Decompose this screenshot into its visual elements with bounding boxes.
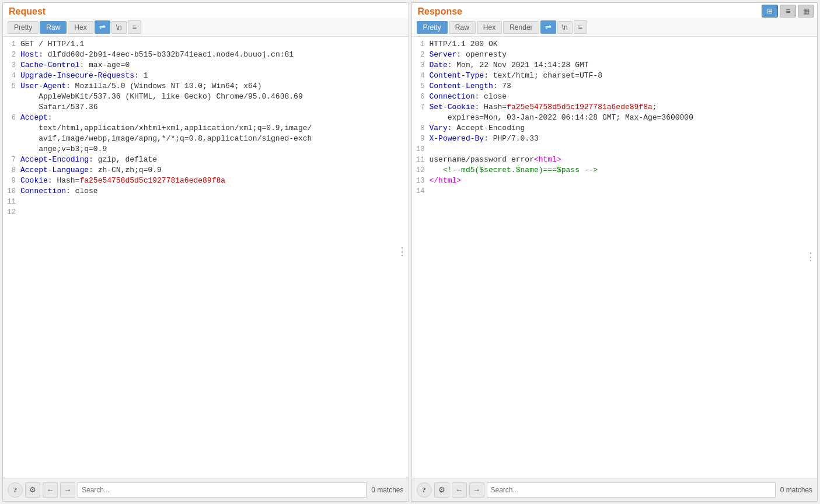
request-line-11: 11: [3, 197, 409, 207]
request-panel-header: Request: [3, 3, 409, 18]
resp-line-num-5: 5: [412, 81, 430, 92]
line-num-5b: [3, 92, 20, 102]
request-line-2: 2 Host: dlfdd60d-2b91-4eec-b515-b332b741…: [3, 50, 409, 60]
request-search-input[interactable]: [78, 482, 367, 498]
line-content-1: GET / HTTP/1.1: [20, 39, 84, 50]
resp-line-content-3: Date: Mon, 22 Nov 2021 14:14:28 GMT: [430, 60, 589, 71]
line-content-5c: Safari/537.36: [20, 102, 98, 113]
resp-line-content-2: Server: openresty: [430, 50, 507, 60]
line-num-5c: [3, 102, 20, 113]
response-tab-pretty[interactable]: Pretty: [417, 21, 448, 34]
response-line-13: 13 </html>: [412, 176, 818, 186]
line-num-6b: [3, 123, 20, 134]
request-line-7: 7 Accept-Encoding: gzip, deflate: [3, 155, 409, 165]
line-num-3: 3: [3, 60, 20, 71]
request-settings-btn[interactable]: ⚙: [25, 482, 40, 498]
request-drag-handle[interactable]: ⋮: [397, 247, 407, 257]
response-settings-btn[interactable]: ⚙: [434, 482, 449, 498]
response-line-6: 6 Connection: close: [412, 92, 818, 102]
resp-line-num-1: 1: [412, 39, 430, 50]
request-wrap-btn[interactable]: ⇌: [95, 20, 110, 34]
split-view-button[interactable]: ⊞: [762, 5, 778, 18]
resp-line-num-9: 9: [412, 134, 430, 144]
resp-line-num-3: 3: [412, 60, 430, 71]
request-tab-pretty[interactable]: Pretty: [8, 21, 39, 34]
resp-line-num-7b: [412, 113, 430, 123]
line-num-2: 2: [3, 50, 20, 60]
line-content-5b: AppleWebKit/537.36 (KHTML, like Gecko) C…: [20, 92, 303, 102]
request-line-6d: ange;v=b3;q=0.9: [3, 144, 409, 155]
resp-line-num-2: 2: [412, 50, 430, 60]
response-newline-btn[interactable]: \n: [557, 21, 573, 34]
request-newline-btn[interactable]: \n: [111, 21, 127, 34]
line-num-10: 10: [3, 186, 20, 197]
resp-line-content-11: username/password error<html>: [430, 155, 561, 165]
request-forward-btn[interactable]: →: [60, 482, 75, 498]
resp-line-num-8: 8: [412, 123, 430, 134]
request-line-10: 10 Connection: close: [3, 186, 409, 197]
resp-line-num-11: 11: [412, 155, 430, 165]
line-num-1: 1: [3, 39, 20, 50]
list-view-button[interactable]: ≡: [780, 5, 796, 18]
request-format-btn[interactable]: ≡: [128, 20, 142, 34]
line-content-7: Accept-Encoding: gzip, deflate: [20, 155, 157, 165]
response-line-8: 8 Vary: Accept-Encoding: [412, 123, 818, 134]
request-tab-raw[interactable]: Raw: [40, 21, 67, 34]
top-right-controls: ⊞ ≡ ▦: [762, 5, 814, 18]
response-line-7b: expires=Mon, 03-Jan-2022 06:14:28 GMT; M…: [412, 113, 818, 123]
response-line-14: 14: [412, 186, 818, 197]
response-wrap-btn[interactable]: ⇌: [540, 20, 556, 34]
response-toolbar: Pretty Raw Hex Render ⇌ \n ≡: [412, 18, 818, 37]
response-tab-render[interactable]: Render: [503, 21, 539, 34]
compact-view-button[interactable]: ▦: [798, 5, 814, 18]
resp-line-content-8: Vary: Accept-Encoding: [430, 123, 525, 134]
line-num-11: 11: [3, 197, 20, 207]
line-content-9: Cookie: Hash=fa25e54758d5d5c1927781a6ede…: [20, 176, 225, 186]
request-footer: ? ⚙ ← → 0 matches: [3, 478, 409, 501]
request-back-btn[interactable]: ←: [43, 482, 58, 498]
resp-line-content-4: Content-Type: text/html; charset=UTF-8: [430, 71, 602, 81]
request-code-area[interactable]: 1 GET / HTTP/1.1 2 Host: dlfdd60d-2b91-4…: [3, 37, 409, 478]
response-line-4: 4 Content-Type: text/html; charset=UTF-8: [412, 71, 818, 81]
resp-line-content-6: Connection: close: [430, 92, 507, 102]
line-content-4: Upgrade-Insecure-Requests: 1: [20, 71, 148, 81]
line-content-6b: text/html,application/xhtml+xml,applicat…: [20, 123, 312, 134]
response-drag-handle[interactable]: ⋮: [805, 252, 816, 262]
response-format-btn[interactable]: ≡: [574, 20, 588, 34]
request-line-4: 4 Upgrade-Insecure-Requests: 1: [3, 71, 409, 81]
resp-line-num-13: 13: [412, 176, 430, 186]
request-matches-label: 0 matches: [371, 486, 403, 494]
request-help-btn[interactable]: ?: [8, 482, 23, 498]
resp-line-num-7: 7: [412, 102, 430, 113]
response-line-2: 2 Server: openresty: [412, 50, 818, 60]
line-num-4: 4: [3, 71, 20, 81]
response-line-9: 9 X-Powered-By: PHP/7.0.33: [412, 134, 818, 144]
resp-line-num-12: 12: [412, 165, 430, 176]
request-tab-hex[interactable]: Hex: [68, 21, 93, 34]
resp-line-num-6: 6: [412, 92, 430, 102]
response-matches-label: 0 matches: [780, 486, 812, 494]
line-num-12: 12: [3, 207, 20, 218]
line-num-9: 9: [3, 176, 20, 186]
response-help-btn[interactable]: ?: [417, 482, 432, 498]
line-content-2: Host: dlfdd60d-2b91-4eec-b515-b332b741ea…: [20, 50, 294, 60]
response-forward-btn[interactable]: →: [469, 482, 484, 498]
request-line-3: 3 Cache-Control: max-age=0: [3, 60, 409, 71]
request-line-6c: avif,image/webp,image/apng,*/*;q=0.8,app…: [3, 134, 409, 144]
resp-line-content-7: Set-Cookie: Hash=fa25e54758d5d5c1927781a…: [430, 102, 657, 113]
line-content-6c: avif,image/webp,image/apng,*/*;q=0.8,app…: [20, 134, 312, 144]
response-line-12: 12 <!--md5($secret.$name)===$pass -->: [412, 165, 818, 176]
response-code-area[interactable]: 1 HTTP/1.1 200 OK 2 Server: openresty 3 …: [412, 37, 818, 478]
line-content-8: Accept-Language: zh-CN,zh;q=0.9: [20, 165, 162, 176]
response-tab-raw[interactable]: Raw: [449, 21, 476, 34]
request-line-9: 9 Cookie: Hash=fa25e54758d5d5c1927781a6e…: [3, 176, 409, 186]
response-title: Response: [418, 6, 462, 16]
line-num-6d: [3, 144, 20, 155]
response-back-btn[interactable]: ←: [452, 482, 467, 498]
request-panel: Request Pretty Raw Hex ⇌ \n ≡ 1 GET / HT…: [2, 2, 409, 502]
request-line-5c: Safari/537.36: [3, 102, 409, 113]
response-search-input[interactable]: [487, 482, 776, 498]
response-tab-hex[interactable]: Hex: [477, 21, 502, 34]
line-num-6c: [3, 134, 20, 144]
line-content-3: Cache-Control: max-age=0: [20, 60, 130, 71]
